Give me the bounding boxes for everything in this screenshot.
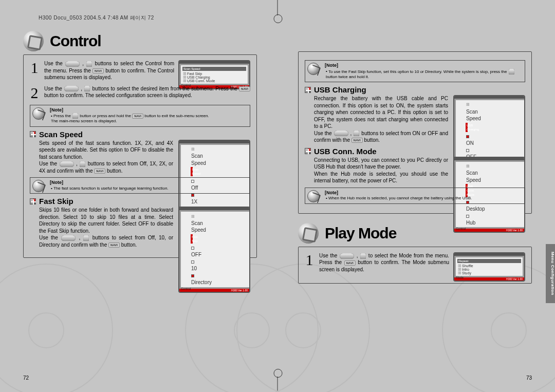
note-box: [Note] Press the button or press and hol… [30,105,250,127]
note-icon [32,107,45,120]
note-box: [Note] The fast scans function is useful… [30,177,250,194]
playmode-frame: 1 Use the , to select the Mode from the … [298,247,532,284]
device-screenshot-mode: Repeat ⊞Shuffle ⊞Intro ⊞Study Mode H300 … [453,252,525,282]
step-number: 2 [30,85,39,101]
navi-button-icon: NAVI [94,169,105,174]
section-title-playmode: Play Mode [325,225,396,242]
subhead-usb-charging: USB Charging [305,85,525,94]
navi-button-icon: NAVI [92,68,104,73]
page-right: [Note] To use the Fast Skip function, se… [278,0,555,392]
navi-button-icon: NAVI [132,114,143,119]
step-body: Use the , buttons to select the desired … [44,85,250,101]
section-icon [298,223,319,244]
page-number: 73 [526,375,532,381]
step-number: 1 [305,252,314,273]
control-frame-continued: [Note] To use the Fast Skip function, se… [298,51,532,214]
step-number: 1 [30,60,39,81]
nav-oval-icon [334,130,348,136]
nav-oval-icon [61,235,76,241]
nav-oval-icon [340,253,354,259]
nav-oval-icon [64,86,79,91]
nav-sq-icon [509,69,514,74]
navi-button-icon: NAVI [239,86,250,91]
navi-button-icon: NAVI [351,138,363,143]
device-screenshot-fastskip: ⊞Scan Speed Fast Skip OFF 10 Directory C… [178,207,250,293]
nav-sq-icon [80,161,85,167]
note-icon [32,180,45,192]
note-box: [Note] When the Hub mode is selected, yo… [305,188,525,204]
note-box: [Note] To use the Fast Skip function, se… [305,60,525,82]
plus-icon [30,198,36,204]
nav-sq-icon [83,235,89,241]
nav-sq-icon [360,253,366,259]
plus-icon [305,148,311,154]
note-icon [307,63,320,75]
page-left: Control 1 Use the , buttons to select th… [0,0,278,392]
control-frame: 1 Use the , buttons to select the Contro… [23,54,257,258]
nav-oval-icon [60,161,74,167]
plus-icon [305,87,311,93]
chapter-tab: Menu Configuration [546,244,555,303]
plus-icon [30,131,36,137]
nav-sq-icon [354,130,359,136]
page-number: 72 [23,375,29,381]
subhead-scan-speed: Scan Speed [30,130,250,139]
nav-oval-icon [65,61,80,67]
navi-button-icon: NAVI [344,260,356,266]
stop-icon [72,113,78,119]
nav-sq-icon [86,61,92,67]
navi-button-icon: NAVI [108,242,120,248]
section-title-control: Control [50,32,101,50]
nav-sq-icon [84,86,90,91]
note-icon [307,190,320,202]
section-icon [23,31,44,51]
